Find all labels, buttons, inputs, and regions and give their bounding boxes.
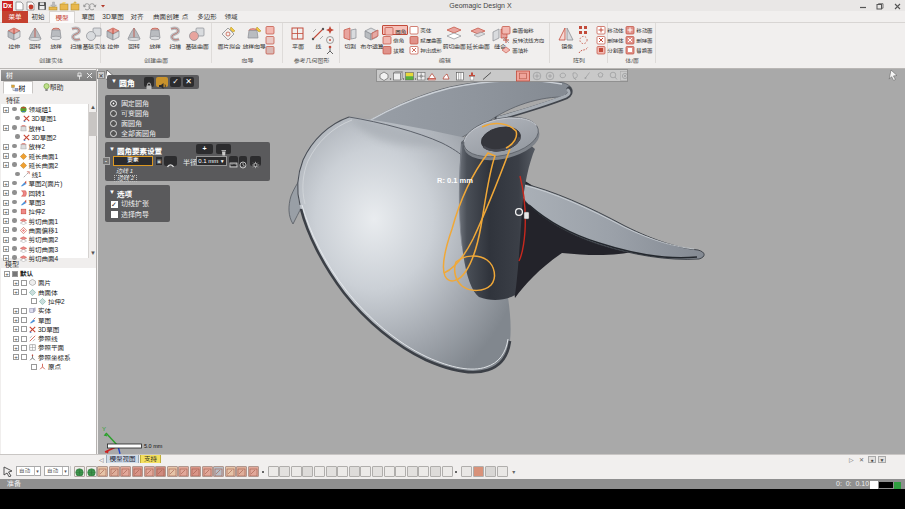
svg-text:5.0 mm: 5.0 mm	[144, 443, 163, 449]
svg-text:R: 0.1 mm: R: 0.1 mm	[437, 176, 473, 185]
svg-text:Y: Y	[102, 426, 106, 432]
